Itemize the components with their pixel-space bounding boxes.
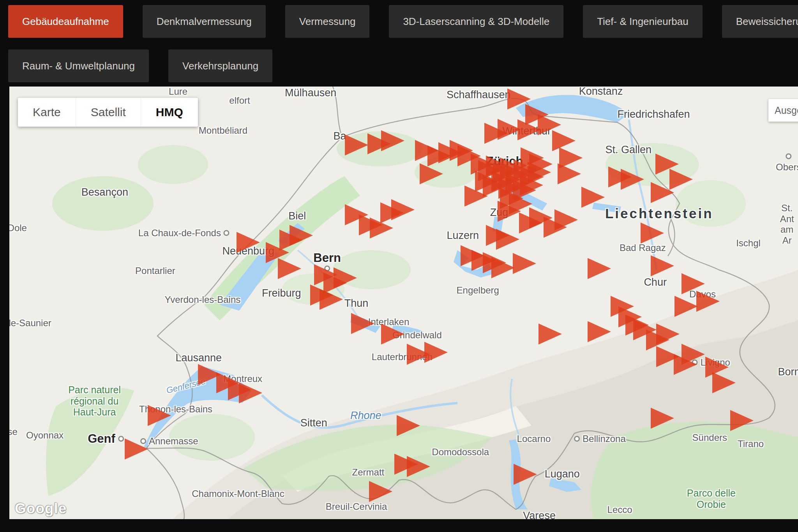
map-marker[interactable]: [621, 169, 644, 190]
map-marker[interactable]: [397, 415, 420, 436]
map-marker[interactable]: [656, 323, 680, 345]
map-marker[interactable]: [334, 267, 357, 288]
map-marker[interactable]: [148, 405, 171, 426]
nav-button-denkmalvermessung[interactable]: Denkmalvermessung: [143, 5, 266, 38]
map-marker[interactable]: [491, 257, 515, 278]
map-marker[interactable]: [237, 232, 260, 253]
map-marker[interactable]: [651, 408, 674, 429]
map-marker[interactable]: [498, 119, 521, 140]
map-marker[interactable]: [674, 296, 698, 317]
map-marker[interactable]: [407, 456, 430, 477]
map-marker[interactable]: [391, 199, 415, 220]
map-marker[interactable]: [381, 130, 404, 151]
map-marker[interactable]: [278, 258, 301, 279]
map-marker[interactable]: [513, 253, 536, 274]
selection-button[interactable]: Ausge: [768, 99, 798, 122]
map-type-button-hmq[interactable]: HMQ: [141, 98, 198, 127]
nav-row-2: Raum- & UmweltplanungVerkehrsplanung: [8, 49, 798, 82]
map-type-button-karte[interactable]: Karte: [18, 98, 76, 127]
map-marker[interactable]: [464, 186, 488, 207]
map-marker[interactable]: [125, 438, 148, 460]
map-marker[interactable]: [509, 193, 532, 214]
nav-button-beweissicherung-bau[interactable]: Beweissicherung & Bau: [722, 5, 798, 38]
map-marker[interactable]: [345, 134, 368, 156]
map-marker[interactable]: [581, 187, 605, 208]
map-marker[interactable]: [320, 289, 343, 310]
nav-button-raum-umweltplanung[interactable]: Raum- & Umweltplanung: [8, 49, 149, 82]
nav-button-tief-ingenieurbau[interactable]: Tief- & Ingenieurbau: [583, 5, 703, 38]
nav-button-vermessung[interactable]: Vermessung: [285, 5, 370, 38]
google-logo: Google: [15, 500, 67, 517]
map-marker[interactable]: [558, 163, 581, 184]
map-marker[interactable]: [588, 258, 611, 279]
map-marker[interactable]: [290, 225, 313, 246]
map-marker[interactable]: [538, 323, 562, 345]
map-marker[interactable]: [696, 291, 720, 312]
map-marker[interactable]: [369, 481, 392, 502]
map-canvas[interactable]: LureelfortMülhausenSchaffhausenKonstanzF…: [9, 87, 798, 519]
map-marker[interactable]: [496, 229, 519, 250]
map-marker[interactable]: [239, 382, 262, 403]
map-type-button-satellit[interactable]: Satellit: [76, 98, 141, 127]
nav-button-verkehrsplanung[interactable]: Verkehrsplanung: [168, 49, 272, 82]
map-marker[interactable]: [681, 344, 705, 365]
map-marker[interactable]: [588, 321, 611, 342]
map-marker[interactable]: [351, 313, 374, 334]
map-marker[interactable]: [554, 209, 578, 230]
map-marker[interactable]: [381, 323, 404, 345]
nav-button-gebäudeaufnahme[interactable]: Gebäudeaufnahme: [8, 5, 123, 38]
map-type-control: KarteSatellitHMQ: [18, 98, 198, 127]
map-marker[interactable]: [420, 163, 443, 184]
map-marker[interactable]: [641, 223, 664, 244]
map-marker[interactable]: [651, 255, 674, 276]
map-marker[interactable]: [730, 410, 754, 431]
nav-row-1: GebäudeaufnahmeDenkmalvermessungVermessu…: [8, 5, 798, 38]
map-marker[interactable]: [424, 342, 448, 363]
map-marker[interactable]: [712, 372, 736, 393]
nav-button-3d-laserscanning-3d-modelle[interactable]: 3D-Laserscanning & 3D-Modelle: [389, 5, 563, 38]
map-marker[interactable]: [514, 464, 537, 485]
category-nav: GebäudeaufnahmeDenkmalvermessungVermessu…: [0, 0, 798, 82]
map-marker[interactable]: [370, 217, 393, 239]
map-marker[interactable]: [669, 169, 693, 190]
map-markers-layer: [9, 87, 798, 519]
